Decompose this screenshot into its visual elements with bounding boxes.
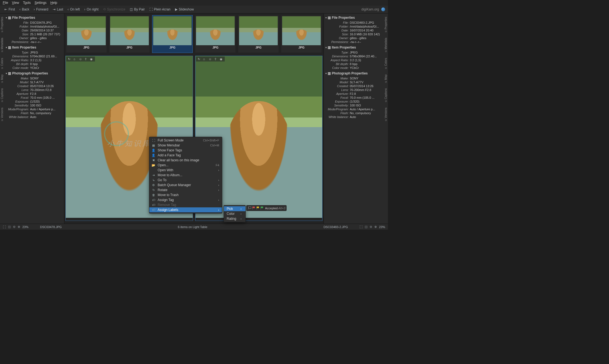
prop-key: File: (325, 21, 350, 24)
zoom-fit-icon-r[interactable]: ⛶ (359, 225, 362, 229)
thumbnail-6[interactable]: 🌐JPG (281, 15, 322, 53)
flag-none[interactable] (248, 206, 251, 210)
submenu-color[interactable]: Color (224, 211, 245, 216)
first-button[interactable]: ⇤ First (3, 7, 17, 12)
zoom-100-icon[interactable]: ◫ (8, 225, 11, 229)
onright-button[interactable]: › On right (83, 7, 100, 12)
ctx-clear-all-faces-on-this-image[interactable]: ✖Clear all faces on this image (149, 158, 222, 163)
section-header-photo_props[interactable]: ▾ ▥ Photograph Properties (325, 70, 382, 76)
side-tab-captions[interactable]: ⎚ Captions (384, 87, 388, 104)
back-button[interactable]: ‹ Back (18, 7, 31, 12)
overlay-share-icon[interactable]: ⇪ (84, 57, 88, 61)
side-tab-properties[interactable]: ⎚ Properties (0, 15, 4, 34)
menu-view[interactable]: View (12, 1, 19, 5)
overlay-share-icon[interactable]: ⇪ (214, 57, 218, 61)
overlay-tag-icon[interactable]: ⌂ (73, 57, 77, 61)
menu-help[interactable]: Help (51, 1, 57, 5)
flag-rejected[interactable] (252, 206, 255, 210)
zoom-out-icon-r[interactable]: ⊖ (370, 225, 372, 229)
ctx-remove-tag[interactable]: 🏷Remove Tag (149, 202, 222, 207)
ctx-move-to-album-[interactable]: ➜Move to Album... (149, 173, 222, 178)
side-tab-colors[interactable]: ⎚ Colors (0, 56, 4, 71)
prop-key: Focal: (6, 96, 30, 99)
submenu-rating[interactable]: Rating (224, 216, 245, 221)
section-header-item_props[interactable]: ▾ ▥ Item Properties (6, 44, 62, 50)
ctx-open-with[interactable]: Open With (149, 168, 222, 173)
menu-settings[interactable]: Settings (35, 1, 46, 5)
side-tab-colors[interactable]: ⎚ Colors (384, 56, 388, 71)
ctx-go-to[interactable]: ↳Go To (149, 178, 222, 183)
zoom-in-icon-r[interactable]: ⊕ (374, 225, 377, 229)
prop-value: No, compulsory (30, 111, 62, 115)
ctx-assign-labels[interactable]: 🏷Assign Labels (149, 207, 222, 212)
thumbnail-2[interactable]: 🌐JPG (109, 15, 150, 53)
zoom-100-icon-r[interactable]: ◫ (365, 225, 367, 229)
ctx-move-to-trash[interactable]: 🗑Move to Trash (149, 192, 222, 197)
overlay-play-icon[interactable]: ◉ (90, 57, 93, 61)
overlay-person-icon[interactable]: ☺ (209, 57, 212, 61)
bypair-button[interactable]: ◫ By Pair (128, 7, 147, 12)
section-header-photo_props[interactable]: ▾ ▥ Photograph Properties (6, 70, 62, 76)
flag-pending[interactable] (256, 206, 260, 210)
flag-selected-label: Accepted (264, 207, 278, 210)
ctx-add-a-face-tag[interactable]: 👤Add a Face Tag (149, 153, 222, 158)
onleft-button[interactable]: ‹ On left (66, 7, 81, 12)
globe-icon[interactable] (381, 7, 385, 11)
thumbnail-5[interactable]: 🌐JPG (238, 15, 279, 53)
prop-key: Folder: (6, 25, 30, 28)
side-tab-metadata[interactable]: ⎚ Metadata (0, 36, 4, 54)
ctx-full-screen-mode[interactable]: ⛶Full Screen ModeCtrl+Shift+F (149, 138, 222, 143)
ctx-label: Full Screen Mode (158, 138, 184, 142)
prop-value: Auto (350, 115, 382, 119)
slideshow-button[interactable]: ▶ Slideshow (173, 7, 196, 12)
forward-button[interactable]: › Forward (32, 7, 50, 12)
submenu-pick[interactable]: Pick (224, 206, 245, 211)
overlay-person-icon[interactable]: ☺ (79, 57, 82, 61)
side-tab-map[interactable]: ⎚ Map (384, 73, 388, 85)
overlay-play-icon[interactable]: ◉ (220, 57, 223, 61)
section-header-file_props[interactable]: ▾ ▥ File Properties (325, 14, 382, 21)
section-header-file_props[interactable]: ▾ ▥ File Properties (6, 14, 62, 21)
flag-accepted[interactable] (260, 206, 264, 210)
ctx-label: Remove Tag (158, 203, 176, 207)
thumbnail-4[interactable]: 🌐JPG (195, 15, 236, 53)
ctx-open-[interactable]: 📂Open...F4 (149, 163, 222, 168)
viewer-right-scrollbar[interactable] (195, 218, 322, 221)
ctx-batch-queue-manager[interactable]: ⚙Batch Queue Manager (149, 183, 222, 188)
prop-key: White balance: (325, 115, 350, 119)
prop-value: F2.8 (350, 92, 382, 95)
zoom-out-icon[interactable]: ⊖ (13, 225, 15, 229)
section-header-item_props[interactable]: ▾ ▥ Item Properties (325, 44, 382, 50)
viewer-right-overlay: ↻ ⌂ ☺ ⇪ ◉ (196, 57, 225, 61)
synchronize-button[interactable]: ⟲ Synchronize (101, 7, 127, 12)
side-tab-metadata[interactable]: ⎚ Metadata (384, 36, 388, 54)
ctx-rotate[interactable]: ↻Rotate (149, 188, 222, 192)
viewer-left-scrollbar[interactable] (66, 218, 193, 221)
ctx-show-menubar[interactable]: ▦Show MenubarCtrl+M (149, 143, 222, 148)
overlay-rotate-icon[interactable]: ↻ (198, 57, 201, 61)
side-tab-properties[interactable]: ⎚ Properties (384, 15, 388, 34)
thumbnail-1[interactable]: 🌐JPG (66, 15, 107, 53)
thumbnail-3[interactable]: 🌐JPG (152, 15, 193, 53)
side-tab-captions[interactable]: ⎚ Captions (0, 87, 4, 104)
prop-key: Model: (6, 81, 30, 84)
menu-file[interactable]: File (3, 1, 8, 5)
menu-tools[interactable]: Tools (23, 1, 31, 5)
side-tab-map[interactable]: ⎚ Map (0, 73, 4, 85)
side-tab-versions[interactable]: ⎚ Versions (0, 106, 4, 123)
prop-key: Exposure: (325, 100, 350, 103)
ctx-label: Move to Album... (158, 173, 182, 177)
overlay-rotate-icon[interactable]: ↻ (68, 57, 71, 61)
fullscreen-button[interactable]: ⛶ Plein écran (148, 7, 172, 12)
statusbar: ⛶ ◫ ⊖ ⊕ 23% DSC03478.JPG 6 items on Ligh… (0, 224, 388, 230)
prop-value: /mnt/data/photos/GI... (30, 25, 62, 28)
zoom-fit-icon[interactable]: ⛶ (3, 225, 6, 229)
prop-row: Model:SLT-A77V (6, 80, 62, 84)
zoom-in-icon[interactable]: ⊕ (18, 225, 20, 229)
ctx-assign-tag[interactable]: 🏷Assign Tag (149, 197, 222, 202)
side-tab-versions[interactable]: ⎚ Versions (384, 106, 388, 123)
ctx-icon: ↳ (152, 178, 155, 182)
overlay-tag-icon[interactable]: ⌂ (203, 57, 206, 61)
ctx-show-face-tags[interactable]: 👤Show Face Tags (149, 148, 222, 153)
last-button[interactable]: ⇥ Last (51, 7, 65, 12)
